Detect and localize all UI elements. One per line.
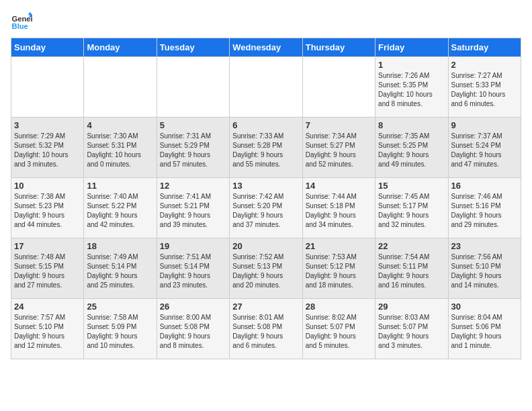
calendar-cell (84, 57, 157, 118)
day-info: Sunrise: 7:52 AM Sunset: 5:13 PM Dayligh… (232, 253, 299, 290)
day-number: 9 (451, 120, 518, 130)
day-info: Sunrise: 7:33 AM Sunset: 5:28 PM Dayligh… (232, 132, 299, 169)
calendar-cell (230, 57, 302, 118)
day-info: Sunrise: 7:58 AM Sunset: 5:09 PM Dayligh… (87, 313, 153, 351)
day-number: 21 (306, 241, 372, 251)
calendar-cell: 18Sunrise: 7:49 AM Sunset: 5:14 PM Dayli… (84, 238, 157, 299)
weekday-header-monday: Monday (84, 38, 157, 57)
day-info: Sunrise: 7:35 AM Sunset: 5:25 PM Dayligh… (378, 132, 445, 169)
weekday-header-tuesday: Tuesday (157, 38, 229, 57)
day-number: 3 (14, 120, 81, 130)
day-info: Sunrise: 7:41 AM Sunset: 5:21 PM Dayligh… (160, 192, 226, 230)
day-info: Sunrise: 7:42 AM Sunset: 5:20 PM Dayligh… (232, 192, 299, 230)
day-number: 19 (160, 241, 226, 251)
day-info: Sunrise: 7:49 AM Sunset: 5:14 PM Dayligh… (87, 253, 153, 290)
day-number: 25 (87, 302, 153, 312)
day-info: Sunrise: 7:53 AM Sunset: 5:12 PM Dayligh… (306, 253, 372, 290)
calendar-cell: 16Sunrise: 7:46 AM Sunset: 5:16 PM Dayli… (448, 178, 521, 238)
calendar-cell: 8Sunrise: 7:35 AM Sunset: 5:25 PM Daylig… (375, 118, 448, 178)
day-number: 29 (378, 302, 445, 312)
calendar-cell: 23Sunrise: 7:56 AM Sunset: 5:10 PM Dayli… (448, 238, 521, 299)
day-info: Sunrise: 7:31 AM Sunset: 5:29 PM Dayligh… (160, 132, 226, 169)
calendar-cell: 14Sunrise: 7:44 AM Sunset: 5:18 PM Dayli… (302, 178, 375, 238)
calendar-cell: 2Sunrise: 7:27 AM Sunset: 5:33 PM Daylig… (448, 57, 521, 118)
logo-icon: General Blue (11, 11, 32, 32)
day-number: 30 (451, 302, 518, 312)
day-number: 2 (451, 60, 518, 70)
day-info: Sunrise: 8:01 AM Sunset: 5:08 PM Dayligh… (232, 313, 299, 351)
calendar-cell (157, 57, 229, 118)
day-info: Sunrise: 7:44 AM Sunset: 5:18 PM Dayligh… (306, 192, 372, 230)
day-number: 8 (378, 120, 445, 130)
calendar-cell: 30Sunrise: 8:04 AM Sunset: 5:06 PM Dayli… (448, 299, 521, 359)
day-number: 18 (87, 241, 153, 251)
svg-marker-2 (28, 12, 32, 15)
day-number: 27 (232, 302, 299, 312)
svg-text:Blue: Blue (12, 22, 28, 30)
day-info: Sunrise: 7:37 AM Sunset: 5:24 PM Dayligh… (451, 132, 518, 169)
day-info: Sunrise: 7:56 AM Sunset: 5:10 PM Dayligh… (451, 253, 518, 290)
weekday-header-thursday: Thursday (302, 38, 375, 57)
logo: General Blue (11, 11, 35, 32)
day-info: Sunrise: 8:04 AM Sunset: 5:06 PM Dayligh… (451, 313, 518, 351)
day-number: 7 (306, 120, 372, 130)
calendar-cell: 15Sunrise: 7:45 AM Sunset: 5:17 PM Dayli… (375, 178, 448, 238)
calendar-cell: 27Sunrise: 8:01 AM Sunset: 5:08 PM Dayli… (230, 299, 302, 359)
day-number: 24 (14, 302, 81, 312)
day-number: 6 (232, 120, 299, 130)
calendar-cell: 22Sunrise: 7:54 AM Sunset: 5:11 PM Dayli… (375, 238, 448, 299)
day-number: 12 (160, 181, 226, 191)
day-info: Sunrise: 7:40 AM Sunset: 5:22 PM Dayligh… (87, 192, 153, 230)
day-number: 23 (451, 241, 518, 251)
calendar-cell (11, 57, 84, 118)
day-info: Sunrise: 7:48 AM Sunset: 5:15 PM Dayligh… (14, 253, 81, 290)
calendar-cell: 13Sunrise: 7:42 AM Sunset: 5:20 PM Dayli… (230, 178, 302, 238)
day-number: 5 (160, 120, 226, 130)
day-number: 17 (14, 241, 81, 251)
calendar-cell: 1Sunrise: 7:26 AM Sunset: 5:35 PM Daylig… (375, 57, 448, 118)
calendar-table: SundayMondayTuesdayWednesdayThursdayFrid… (11, 38, 521, 359)
svg-text:General: General (12, 15, 32, 23)
calendar-cell: 12Sunrise: 7:41 AM Sunset: 5:21 PM Dayli… (157, 178, 229, 238)
day-number: 28 (306, 302, 372, 312)
calendar-cell: 20Sunrise: 7:52 AM Sunset: 5:13 PM Dayli… (230, 238, 302, 299)
calendar-cell: 6Sunrise: 7:33 AM Sunset: 5:28 PM Daylig… (230, 118, 302, 178)
day-info: Sunrise: 7:38 AM Sunset: 5:23 PM Dayligh… (14, 192, 81, 230)
day-info: Sunrise: 7:34 AM Sunset: 5:27 PM Dayligh… (306, 132, 372, 169)
weekday-header-wednesday: Wednesday (230, 38, 302, 57)
day-info: Sunrise: 7:46 AM Sunset: 5:16 PM Dayligh… (451, 192, 518, 230)
calendar-cell: 19Sunrise: 7:51 AM Sunset: 5:14 PM Dayli… (157, 238, 229, 299)
day-info: Sunrise: 7:57 AM Sunset: 5:10 PM Dayligh… (14, 313, 81, 351)
calendar-cell: 10Sunrise: 7:38 AM Sunset: 5:23 PM Dayli… (11, 178, 84, 238)
day-info: Sunrise: 7:26 AM Sunset: 5:35 PM Dayligh… (378, 71, 445, 109)
day-info: Sunrise: 7:45 AM Sunset: 5:17 PM Dayligh… (378, 192, 445, 230)
day-number: 26 (160, 302, 226, 312)
calendar-cell: 9Sunrise: 7:37 AM Sunset: 5:24 PM Daylig… (448, 118, 521, 178)
day-info: Sunrise: 7:54 AM Sunset: 5:11 PM Dayligh… (378, 253, 445, 290)
calendar-cell: 21Sunrise: 7:53 AM Sunset: 5:12 PM Dayli… (302, 238, 375, 299)
day-number: 4 (87, 120, 153, 130)
calendar-cell: 26Sunrise: 8:00 AM Sunset: 5:08 PM Dayli… (157, 299, 229, 359)
calendar-cell: 11Sunrise: 7:40 AM Sunset: 5:22 PM Dayli… (84, 178, 157, 238)
calendar-cell: 3Sunrise: 7:29 AM Sunset: 5:32 PM Daylig… (11, 118, 84, 178)
day-info: Sunrise: 7:30 AM Sunset: 5:31 PM Dayligh… (87, 132, 153, 169)
calendar-cell: 7Sunrise: 7:34 AM Sunset: 5:27 PM Daylig… (302, 118, 375, 178)
calendar-cell: 4Sunrise: 7:30 AM Sunset: 5:31 PM Daylig… (84, 118, 157, 178)
day-number: 22 (378, 241, 445, 251)
day-number: 11 (87, 181, 153, 191)
day-info: Sunrise: 8:00 AM Sunset: 5:08 PM Dayligh… (160, 313, 226, 351)
day-info: Sunrise: 7:51 AM Sunset: 5:14 PM Dayligh… (160, 253, 226, 290)
day-number: 1 (378, 60, 445, 70)
day-number: 16 (451, 181, 518, 191)
day-info: Sunrise: 8:02 AM Sunset: 5:07 PM Dayligh… (306, 313, 372, 351)
weekday-header-friday: Friday (375, 38, 448, 57)
weekday-header-sunday: Sunday (11, 38, 84, 57)
calendar-cell (302, 57, 375, 118)
calendar-cell: 24Sunrise: 7:57 AM Sunset: 5:10 PM Dayli… (11, 299, 84, 359)
header: General Blue (11, 11, 521, 32)
weekday-header-saturday: Saturday (448, 38, 521, 57)
calendar-cell: 17Sunrise: 7:48 AM Sunset: 5:15 PM Dayli… (11, 238, 84, 299)
day-info: Sunrise: 7:29 AM Sunset: 5:32 PM Dayligh… (14, 132, 81, 169)
calendar-cell: 29Sunrise: 8:03 AM Sunset: 5:07 PM Dayli… (375, 299, 448, 359)
calendar-cell: 28Sunrise: 8:02 AM Sunset: 5:07 PM Dayli… (302, 299, 375, 359)
